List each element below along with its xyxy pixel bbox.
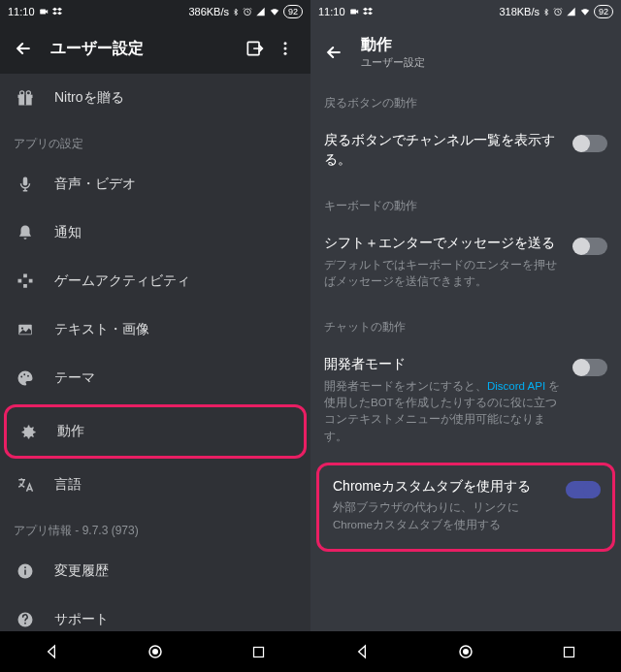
setting-title: 開発者モード — [324, 355, 565, 374]
svg-point-23 — [24, 566, 26, 568]
item-label: 言語 — [54, 476, 82, 494]
nitro-gift-item[interactable]: Nitroを贈る — [0, 74, 310, 122]
page-title: ユーザー設定 — [50, 39, 144, 59]
nav-home[interactable] — [455, 641, 476, 662]
behavior-item[interactable]: 動作 — [7, 407, 304, 456]
back-button-setting[interactable]: 戻るボタンでチャンネル一覧を表示する。 — [310, 119, 621, 184]
svg-rect-30 — [350, 10, 356, 15]
toggle-switch[interactable] — [574, 135, 607, 152]
alarm-icon — [243, 7, 252, 16]
changelog-item[interactable]: 変更履歴 — [0, 547, 310, 595]
support-item[interactable]: サポート — [0, 595, 310, 631]
shift-enter-setting[interactable]: シフト＋エンターでメッセージを送る デフォルトではキーボードのエンターを押せばメ… — [310, 222, 621, 305]
highlight-behavior: 動作 — [4, 404, 307, 459]
nav-bar — [310, 631, 621, 672]
header: 動作 ユーザー設定 — [310, 23, 621, 81]
bell-icon — [14, 221, 37, 244]
section-label: チャットの動作 — [310, 305, 621, 343]
voice-video-item[interactable]: 音声・ビデオ — [0, 160, 310, 208]
left-screen: 11:10 386KB/s 92 ユーザー設定 Nitroを贈る — [0, 0, 310, 672]
back-button[interactable] — [12, 37, 35, 60]
text-images-item[interactable]: テキスト・画像 — [0, 305, 310, 354]
setting-title: Chromeカスタムタブを使用する — [333, 477, 556, 496]
camera-icon — [39, 7, 49, 16]
item-label: 音声・ビデオ — [54, 176, 136, 193]
svg-point-33 — [464, 650, 469, 655]
developer-mode-setting[interactable]: 開発者モード 開発者モードをオンにすると、Discord API を使用したBO… — [310, 343, 621, 461]
game-activity-item[interactable]: ゲームアクティビティ — [0, 257, 310, 305]
settings-list: Nitroを贈る アプリの設定 音声・ビデオ 通知 ゲームアクティビティ テキス… — [0, 74, 310, 631]
svg-rect-15 — [23, 284, 27, 288]
svg-rect-22 — [24, 570, 26, 575]
info-icon — [14, 560, 37, 583]
svg-point-9 — [20, 91, 24, 95]
svg-point-28 — [153, 650, 158, 655]
nav-recent[interactable] — [248, 641, 270, 662]
item-label: 動作 — [57, 423, 84, 440]
setting-desc: 開発者モードをオンにすると、Discord API を使用したBOTを作成したり… — [324, 378, 565, 445]
setting-title: 戻るボタンでチャンネル一覧を表示する。 — [324, 131, 565, 169]
page-subtitle: ユーザー設定 — [361, 55, 425, 70]
export-icon[interactable] — [241, 35, 268, 62]
dropbox-icon — [363, 7, 373, 16]
item-label: テーマ — [54, 369, 95, 387]
svg-point-5 — [284, 52, 287, 55]
nav-back[interactable] — [41, 641, 62, 662]
item-label: テキスト・画像 — [54, 321, 149, 338]
svg-point-25 — [24, 623, 26, 624]
theme-item[interactable]: テーマ — [0, 354, 310, 402]
section-label: キーボードの動作 — [310, 184, 621, 222]
svg-point-17 — [21, 327, 23, 329]
status-time: 11:10 — [318, 6, 345, 17]
signal-icon — [566, 7, 576, 16]
svg-rect-14 — [23, 274, 27, 278]
setting-desc: デフォルトではキーボードのエンターを押せばメッセージを送信できます。 — [324, 257, 565, 291]
status-bar: 11:10 318KB/s 92 — [310, 0, 621, 23]
more-icon[interactable] — [272, 35, 299, 62]
svg-rect-34 — [565, 647, 574, 656]
chrome-tabs-setting[interactable]: Chromeカスタムタブを使用する 外部ブラウザの代わりに、リンクにChrome… — [319, 465, 612, 549]
battery-indicator: 92 — [283, 5, 303, 18]
svg-rect-11 — [23, 177, 28, 186]
gear-icon — [16, 420, 40, 443]
bluetooth-icon — [542, 7, 550, 17]
mic-icon — [14, 173, 37, 196]
toggle-switch[interactable] — [574, 238, 607, 255]
svg-point-10 — [26, 91, 30, 95]
status-time: 11:10 — [8, 6, 35, 17]
notifications-item[interactable]: 通知 — [0, 208, 310, 257]
status-speed: 318KB/s — [499, 6, 539, 17]
battery-indicator: 92 — [594, 5, 613, 18]
right-screen: 11:10 318KB/s 92 動作 ユーザー設定 戻るボタンの動作 戻るボタ… — [310, 0, 621, 672]
toggle-switch[interactable] — [566, 481, 599, 498]
language-item[interactable]: 言語 — [0, 461, 310, 509]
palette-icon — [14, 367, 37, 390]
nav-back[interactable] — [351, 641, 373, 662]
signal-icon — [255, 7, 266, 16]
section-label: アプリ情報 - 9.7.3 (973) — [0, 509, 310, 547]
item-label: 変更履歴 — [54, 562, 109, 580]
camera-icon — [349, 7, 359, 16]
section-label: 戻るボタンの動作 — [310, 81, 621, 119]
svg-rect-0 — [40, 10, 46, 15]
status-bar: 11:10 386KB/s 92 — [0, 0, 310, 23]
item-label: 通知 — [54, 224, 82, 241]
item-label: ゲームアクティビティ — [54, 272, 190, 290]
svg-point-3 — [284, 42, 287, 45]
language-icon — [14, 473, 37, 496]
svg-rect-8 — [24, 95, 26, 106]
discord-api-link[interactable]: Discord API — [487, 380, 545, 392]
back-button[interactable] — [322, 41, 345, 64]
toggle-switch[interactable] — [574, 359, 607, 376]
nav-home[interactable] — [145, 641, 166, 662]
gamepad-icon — [14, 270, 37, 293]
highlight-chrome-tabs: Chromeカスタムタブを使用する 外部ブラウザの代わりに、リンクにChrome… — [316, 463, 615, 552]
svg-point-20 — [27, 375, 29, 377]
nav-recent[interactable] — [559, 641, 580, 662]
svg-rect-12 — [18, 279, 22, 283]
bluetooth-icon — [232, 7, 240, 17]
settings-content: 戻るボタンの動作 戻るボタンでチャンネル一覧を表示する。 キーボードの動作 シフ… — [310, 81, 621, 631]
svg-point-19 — [23, 373, 25, 375]
item-label: Nitroを贈る — [54, 89, 124, 107]
wifi-icon — [579, 7, 591, 16]
